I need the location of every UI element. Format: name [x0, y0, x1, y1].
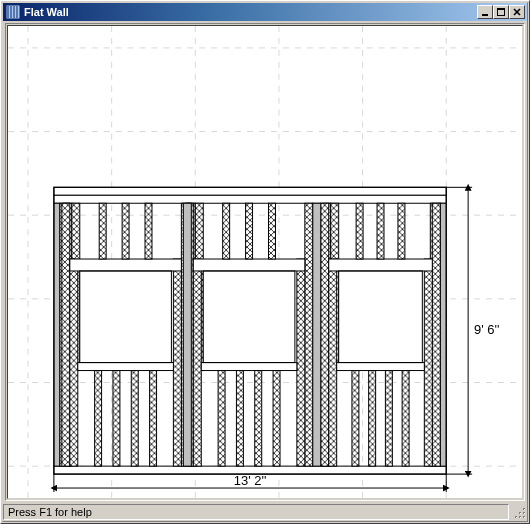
- svg-rect-98: [524, 509, 525, 510]
- svg-rect-68: [321, 203, 329, 466]
- svg-rect-55: [193, 259, 201, 466]
- svg-rect-78: [352, 371, 359, 467]
- svg-rect-43: [70, 259, 182, 271]
- svg-rect-76: [377, 203, 384, 259]
- svg-rect-5: [482, 14, 488, 16]
- minimize-icon: [481, 8, 489, 16]
- caption-buttons: [477, 5, 525, 19]
- svg-rect-81: [402, 371, 409, 467]
- svg-rect-38: [62, 203, 70, 466]
- wall-icon: [5, 4, 21, 20]
- svg-rect-69: [432, 203, 440, 466]
- titlebar[interactable]: Flat Wall: [3, 3, 527, 21]
- svg-rect-54: [305, 203, 313, 466]
- size-grip[interactable]: [511, 504, 527, 520]
- width-dimension-label: 13' 2'': [234, 473, 267, 488]
- window-title: Flat Wall: [24, 6, 477, 18]
- close-icon: [513, 8, 521, 16]
- maximize-button[interactable]: [493, 5, 509, 19]
- svg-rect-64: [236, 371, 243, 467]
- status-help-pane: Press F1 for help: [3, 504, 509, 520]
- svg-rect-44: [78, 363, 174, 371]
- svg-rect-7: [497, 8, 505, 10]
- svg-rect-70: [329, 259, 337, 466]
- svg-rect-103: [524, 517, 525, 518]
- svg-rect-28: [54, 203, 60, 466]
- svg-rect-63: [218, 371, 225, 467]
- svg-rect-46: [122, 203, 129, 259]
- svg-rect-101: [516, 517, 517, 518]
- svg-rect-84: [313, 203, 321, 466]
- svg-rect-31: [440, 203, 446, 466]
- drawing-canvas[interactable]: 13' 2''9' 6'': [8, 26, 522, 498]
- svg-rect-62: [268, 203, 275, 259]
- svg-rect-100: [524, 513, 525, 514]
- drawing-viewport[interactable]: 13' 2''9' 6'': [7, 25, 523, 499]
- svg-rect-25: [54, 187, 446, 195]
- app-window: Flat Wall 13' 2''9' 6'' Press F1 for hel…: [0, 0, 530, 524]
- svg-rect-26: [54, 195, 446, 203]
- svg-rect-40: [70, 259, 78, 466]
- svg-rect-80: [385, 371, 392, 467]
- minimize-button[interactable]: [477, 5, 493, 19]
- status-help-text: Press F1 for help: [8, 506, 92, 518]
- svg-rect-65: [255, 371, 262, 467]
- wall: [54, 187, 446, 474]
- close-button[interactable]: [509, 5, 525, 19]
- svg-rect-58: [193, 259, 305, 271]
- svg-rect-48: [95, 371, 102, 467]
- svg-rect-49: [113, 371, 120, 467]
- svg-rect-66: [273, 371, 280, 467]
- statusbar: Press F1 for help: [3, 503, 527, 521]
- svg-rect-45: [99, 203, 106, 259]
- svg-rect-41: [173, 259, 181, 466]
- svg-rect-47: [145, 203, 152, 259]
- svg-rect-61: [246, 203, 253, 259]
- maximize-icon: [497, 8, 505, 16]
- svg-rect-50: [131, 371, 138, 467]
- svg-rect-73: [329, 259, 433, 271]
- svg-rect-56: [297, 259, 305, 466]
- svg-rect-75: [356, 203, 363, 259]
- svg-rect-102: [520, 517, 521, 518]
- svg-rect-51: [150, 371, 157, 467]
- svg-rect-42: [80, 271, 172, 363]
- document-area: 13' 2''9' 6'': [5, 23, 525, 501]
- size-grip-icon: [511, 504, 527, 520]
- svg-rect-99: [520, 513, 521, 514]
- svg-rect-59: [201, 363, 297, 371]
- svg-rect-83: [183, 203, 191, 466]
- svg-rect-71: [424, 259, 432, 466]
- height-dimension-label: 9' 6'': [474, 322, 499, 337]
- svg-rect-77: [398, 203, 405, 259]
- svg-rect-72: [339, 271, 423, 363]
- svg-rect-74: [337, 363, 425, 371]
- svg-rect-79: [369, 371, 376, 467]
- svg-rect-60: [223, 203, 230, 259]
- svg-rect-57: [203, 271, 295, 363]
